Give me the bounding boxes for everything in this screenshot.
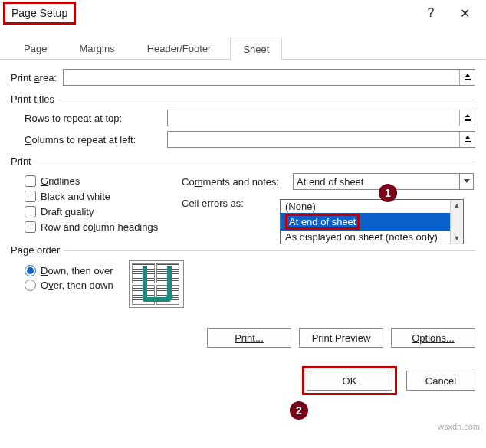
cols-repeat-label: Columns to repeat at left:: [25, 134, 161, 146]
dropdown-item-end-of-sheet[interactable]: At end of sheet: [281, 213, 463, 231]
close-button[interactable]: ✕: [448, 2, 481, 25]
options-button[interactable]: Options...: [391, 328, 475, 348]
dropdown-item-none[interactable]: (None): [281, 200, 463, 213]
row-col-headings-checkbox[interactable]: Row and column headings: [25, 221, 182, 233]
rows-repeat-label: Rows to repeat at top:: [25, 113, 161, 124]
dropdown-item-as-displayed[interactable]: As displayed on sheet (notes only): [281, 231, 463, 244]
help-button[interactable]: ?: [414, 2, 448, 25]
print-area-input[interactable]: [63, 69, 475, 86]
tab-margins[interactable]: Margins: [66, 37, 127, 59]
tab-strip: Page Margins Header/Footer Sheet: [0, 32, 486, 60]
ok-button[interactable]: OK: [307, 371, 392, 391]
watermark: wsxdn.com: [438, 422, 480, 431]
black-white-checkbox[interactable]: Black and white: [25, 191, 182, 202]
tab-sheet[interactable]: Sheet: [230, 38, 282, 60]
collapse-dialog-icon[interactable]: [459, 70, 475, 85]
cols-repeat-input[interactable]: [167, 131, 475, 148]
chevron-down-icon[interactable]: [459, 174, 473, 189]
over-then-down-radio[interactable]: Over, then down: [25, 280, 113, 291]
page-order-legend: Page order: [11, 244, 64, 256]
titlebar: Page Setup ? ✕: [0, 0, 486, 26]
gridlines-checkbox[interactable]: Gridlines: [25, 175, 182, 187]
svg-rect-1: [465, 119, 471, 121]
svg-rect-2: [465, 141, 471, 142]
dialog-title: Page Setup: [3, 2, 76, 25]
print-legend: Print: [11, 155, 36, 167]
callout-marker-2: 2: [290, 401, 308, 420]
collapse-dialog-icon[interactable]: [459, 132, 475, 147]
cancel-button[interactable]: Cancel: [406, 371, 475, 391]
dropdown-scrollbar[interactable]: ▲▼: [450, 200, 463, 244]
print-preview-button[interactable]: Print Preview: [299, 328, 383, 348]
print-button[interactable]: Print...: [207, 328, 291, 348]
cell-errors-label: Cell errors as:: [182, 198, 293, 209]
collapse-dialog-icon[interactable]: [459, 110, 475, 126]
tab-page[interactable]: Page: [11, 37, 60, 59]
callout-marker-1: 1: [379, 184, 397, 202]
tab-header-footer[interactable]: Header/Footer: [134, 37, 225, 59]
comments-combo-value: At end of sheet: [297, 176, 363, 188]
print-titles-legend: Print titles: [11, 93, 59, 105]
page-order-preview: [129, 260, 184, 308]
rows-repeat-input[interactable]: [167, 110, 475, 126]
comments-dropdown[interactable]: (None) At end of sheet As displayed on s…: [280, 199, 464, 244]
draft-quality-checkbox[interactable]: Draft quality: [25, 206, 182, 217]
comments-label: Comments and notes:: [182, 176, 293, 188]
svg-rect-0: [465, 79, 471, 80]
print-area-label: Print area:: [11, 72, 57, 83]
down-then-over-radio[interactable]: Down, then over: [25, 265, 113, 276]
